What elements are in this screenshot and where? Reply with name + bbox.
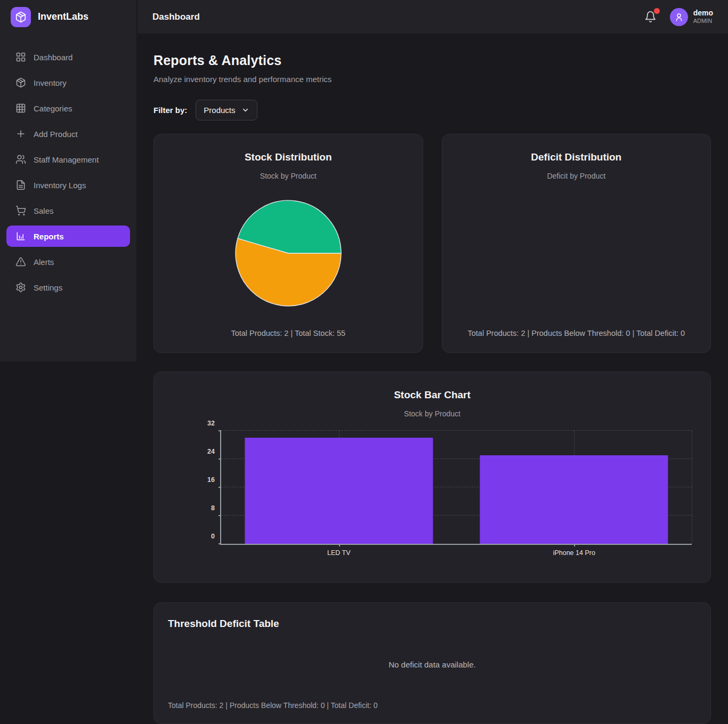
layout-grid-icon [15, 52, 26, 62]
sidebar-item-label: Categories [34, 104, 72, 113]
stock-distribution-subtitle: Stock by Product [168, 172, 409, 180]
x-axis-category-label: LED TV [327, 549, 351, 557]
gridline-x-right [692, 431, 692, 544]
deficit-distribution-subtitle: Deficit by Product [456, 172, 697, 180]
deficit-distribution-title: Deficit Distribution [456, 151, 697, 163]
brand-logo-package-icon [11, 7, 31, 27]
filter-label: Filter by: [153, 106, 187, 115]
alert-triangle-icon [15, 256, 26, 267]
y-axis-tick-label: 16 [207, 476, 215, 484]
sidebar-item-label: Reports [34, 232, 64, 241]
sidebar-item-label: Inventory Logs [34, 181, 86, 190]
stock-bar-chart-card: Stock Bar Chart Stock by Product 0816243… [153, 372, 711, 583]
filter-row: Filter by: Products [153, 100, 711, 120]
topbar: Dashboard demo ADMIN [137, 0, 728, 34]
sidebar-item-settings[interactable]: Settings [6, 277, 130, 298]
notification-dot [654, 8, 660, 14]
stock-distribution-title: Stock Distribution [168, 151, 409, 163]
brand: InventLabs [0, 0, 136, 34]
gear-icon [15, 282, 26, 293]
bar-chart-icon [15, 231, 26, 242]
x-axis-tick-mark [574, 544, 575, 546]
filter-selected-value: Products [204, 106, 235, 115]
y-axis-tick-label: 0 [211, 533, 215, 540]
topbar-title: Dashboard [152, 12, 200, 22]
sidebar-item-label: Sales [34, 206, 54, 215]
user-role: ADMIN [693, 18, 713, 25]
stock-bar-chart: 08162432LED TViPhone 14 Pro [168, 429, 697, 568]
topbar-actions: demo ADMIN [644, 8, 713, 26]
x-axis-category-label: iPhone 14 Pro [553, 549, 595, 557]
chevron-down-icon [241, 106, 249, 114]
pie-svg [233, 198, 344, 309]
user-icon [674, 12, 684, 22]
sidebar-item-inventory-logs[interactable]: Inventory Logs [6, 174, 130, 196]
deficit-distribution-footer: Total Products: 2 | Products Below Thres… [456, 326, 697, 339]
sidebar-item-label: Inventory [34, 78, 67, 87]
deficit-table-empty-message: No deficit data available. [168, 630, 697, 699]
stock-pie-chart [168, 180, 409, 326]
y-axis-tick-mark [219, 487, 221, 488]
sidebar-item-categories[interactable]: Categories [6, 98, 130, 119]
shopping-cart-icon [15, 205, 26, 216]
y-axis-tick-label: 8 [211, 504, 215, 512]
y-axis-tick-mark [219, 458, 221, 460]
y-axis-tick-mark [219, 430, 221, 431]
sidebar-item-inventory[interactable]: Inventory [6, 72, 130, 93]
avatar [670, 8, 688, 26]
y-axis-tick-label: 24 [207, 448, 215, 455]
sidebar: InventLabs DashboardInventoryCategoriesA… [0, 0, 136, 361]
sidebar-item-staff-management[interactable]: Staff Management [6, 149, 130, 170]
notifications-button[interactable] [644, 11, 657, 23]
threshold-deficit-table-card: Threshold Deficit Table No deficit data … [153, 602, 711, 724]
sidebar-item-label: Alerts [34, 258, 54, 267]
sidebar-item-dashboard[interactable]: Dashboard [6, 46, 130, 68]
page-title: Reports & Analytics [153, 53, 711, 68]
main-content: Reports & Analytics Analyze inventory tr… [136, 34, 728, 724]
sidebar-item-label: Settings [34, 283, 62, 292]
sidebar-item-sales[interactable]: Sales [6, 200, 130, 221]
deficit-pie-chart-empty [456, 180, 697, 326]
brand-name: InventLabs [38, 11, 88, 22]
sidebar-item-label: Staff Management [34, 155, 99, 164]
sidebar-item-label: Add Product [34, 130, 78, 139]
y-axis-tick-label: 32 [207, 420, 215, 427]
deficit-distribution-card: Deficit Distribution Deficit by Product … [442, 134, 711, 353]
user-name: demo [693, 9, 713, 18]
table-icon [15, 103, 26, 114]
sidebar-nav: DashboardInventoryCategoriesAdd ProductS… [0, 34, 136, 298]
stock-bar-chart-subtitle: Stock by Product [168, 409, 697, 418]
x-axis-tick-mark [339, 544, 340, 546]
stock-distribution-card: Stock Distribution Stock by Product Tota… [153, 134, 423, 353]
sidebar-item-label: Dashboard [34, 53, 72, 62]
threshold-deficit-table-title: Threshold Deficit Table [168, 618, 697, 630]
user-menu[interactable]: demo ADMIN [670, 8, 713, 26]
stock-distribution-footer: Total Products: 2 | Total Stock: 55 [168, 326, 409, 339]
sidebar-item-add-product[interactable]: Add Product [6, 123, 130, 144]
gridline-y-32 [221, 430, 692, 431]
distribution-cards-row: Stock Distribution Stock by Product Tota… [153, 134, 711, 353]
bar-led-tv [245, 438, 433, 544]
sidebar-item-alerts[interactable]: Alerts [6, 251, 130, 272]
y-axis-tick-mark [219, 543, 221, 544]
y-axis-tick-mark [219, 515, 221, 516]
users-icon [15, 154, 26, 165]
deficit-table-footer: Total Products: 2 | Products Below Thres… [168, 699, 697, 710]
stock-bar-chart-title: Stock Bar Chart [168, 389, 697, 401]
bar-iphone-14-pro [480, 455, 668, 544]
bar-chart-plot-area: 08162432LED TViPhone 14 Pro [220, 431, 692, 545]
file-text-icon [15, 180, 26, 190]
page-subtitle: Analyze inventory trends and performance… [153, 75, 711, 84]
sidebar-item-reports[interactable]: Reports [6, 226, 130, 247]
package-icon [15, 77, 26, 88]
plus-icon [15, 128, 26, 139]
filter-select[interactable]: Products [196, 100, 257, 120]
